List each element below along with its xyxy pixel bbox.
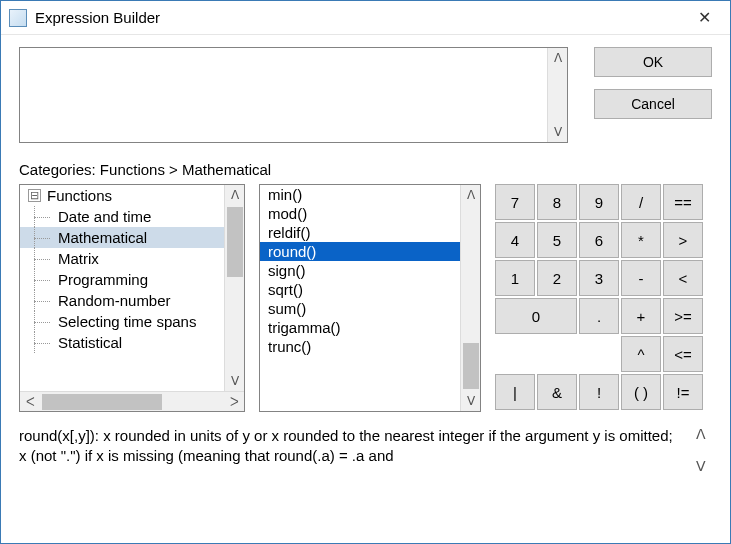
- scroll-down-icon[interactable]: ᐯ: [696, 458, 706, 474]
- function-list-body[interactable]: min()mod()reldif()round()sign()sqrt()sum…: [260, 185, 460, 411]
- scroll-left-icon[interactable]: ᐸ: [20, 392, 40, 412]
- keypad-button[interactable]: -: [621, 260, 661, 296]
- scroll-thumb[interactable]: [463, 343, 479, 389]
- func-scroll-v[interactable]: ᐱ ᐯ: [460, 185, 480, 411]
- categories-tree: FunctionsDate and timeMathematicalMatrix…: [19, 184, 245, 412]
- keypad-button[interactable]: &: [537, 374, 577, 410]
- tree-item[interactable]: Statistical: [20, 332, 224, 353]
- keypad-button[interactable]: ==: [663, 184, 703, 220]
- keypad-button[interactable]: 4: [495, 222, 535, 258]
- window-title: Expression Builder: [35, 9, 682, 26]
- expression-box: ᐱ ᐯ: [19, 47, 568, 143]
- expression-input[interactable]: [20, 48, 547, 142]
- top-row: ᐱ ᐯ OK Cancel: [19, 47, 712, 143]
- keypad-button[interactable]: 3: [579, 260, 619, 296]
- tree-item[interactable]: Selecting time spans: [20, 311, 224, 332]
- ok-button[interactable]: OK: [594, 47, 712, 77]
- tree-item[interactable]: Date and time: [20, 206, 224, 227]
- scroll-right-icon[interactable]: ᐳ: [224, 392, 244, 412]
- breadcrumb: Categories: Functions > Mathematical: [19, 161, 712, 178]
- description-text: round(x[,y]): x rounded in units of y or…: [19, 426, 682, 467]
- keypad-button[interactable]: *: [621, 222, 661, 258]
- function-item[interactable]: sign(): [260, 261, 460, 280]
- keypad-button[interactable]: 6: [579, 222, 619, 258]
- app-icon: [9, 9, 27, 27]
- keypad-button[interactable]: 2: [537, 260, 577, 296]
- keypad-button[interactable]: 9: [579, 184, 619, 220]
- keypad-button[interactable]: +: [621, 298, 661, 334]
- keypad-button[interactable]: 0: [495, 298, 577, 334]
- function-item[interactable]: mod(): [260, 204, 460, 223]
- description-scroll[interactable]: ᐱ ᐯ: [690, 426, 712, 474]
- functions-list: min()mod()reldif()round()sign()sqrt()sum…: [259, 184, 481, 412]
- function-item[interactable]: sqrt(): [260, 280, 460, 299]
- tree-item[interactable]: Random-number: [20, 290, 224, 311]
- close-icon: ✕: [698, 8, 711, 27]
- keypad-button[interactable]: <=: [663, 336, 703, 372]
- close-button[interactable]: ✕: [682, 3, 726, 33]
- cancel-button[interactable]: Cancel: [594, 89, 712, 119]
- description-row: round(x[,y]): x rounded in units of y or…: [19, 426, 712, 474]
- keypad-button[interactable]: <: [663, 260, 703, 296]
- mid-row: FunctionsDate and timeMathematicalMatrix…: [19, 184, 712, 412]
- function-item[interactable]: min(): [260, 185, 460, 204]
- expression-scrollbar[interactable]: ᐱ ᐯ: [547, 48, 567, 142]
- function-item[interactable]: reldif(): [260, 223, 460, 242]
- scroll-up-icon[interactable]: ᐱ: [225, 185, 244, 205]
- function-item[interactable]: round(): [260, 242, 460, 261]
- tree-scroll-h[interactable]: ᐸ ᐳ: [20, 391, 244, 411]
- keypad-button[interactable]: ^: [621, 336, 661, 372]
- keypad-button[interactable]: 7: [495, 184, 535, 220]
- tree-scroll-v[interactable]: ᐱ ᐯ: [224, 185, 244, 391]
- keypad-button[interactable]: 1: [495, 260, 535, 296]
- scroll-thumb[interactable]: [42, 394, 162, 410]
- scroll-up-icon[interactable]: ᐱ: [696, 426, 706, 442]
- tree-item[interactable]: Programming: [20, 269, 224, 290]
- scroll-up-icon[interactable]: ᐱ: [548, 48, 568, 68]
- scroll-down-icon[interactable]: ᐯ: [461, 391, 480, 411]
- dialog-content: ᐱ ᐯ OK Cancel Categories: Functions > Ma…: [1, 35, 730, 543]
- tree-root[interactable]: Functions: [20, 185, 224, 206]
- keypad-button[interactable]: |: [495, 374, 535, 410]
- scroll-up-icon[interactable]: ᐱ: [461, 185, 480, 205]
- function-item[interactable]: trunc(): [260, 337, 460, 356]
- tree-item[interactable]: Matrix: [20, 248, 224, 269]
- scroll-down-icon[interactable]: ᐯ: [225, 371, 244, 391]
- keypad-button[interactable]: /: [621, 184, 661, 220]
- keypad-button[interactable]: ( ): [621, 374, 661, 410]
- scroll-down-icon[interactable]: ᐯ: [548, 122, 568, 142]
- scroll-thumb[interactable]: [227, 207, 243, 277]
- keypad-button[interactable]: .: [579, 298, 619, 334]
- keypad-button[interactable]: 5: [537, 222, 577, 258]
- tree-item[interactable]: Mathematical: [20, 227, 224, 248]
- keypad-button[interactable]: !=: [663, 374, 703, 410]
- dialog-window: Expression Builder ✕ ᐱ ᐯ OK Cancel Categ…: [0, 0, 731, 544]
- keypad-button[interactable]: 8: [537, 184, 577, 220]
- tree-list[interactable]: FunctionsDate and timeMathematicalMatrix…: [20, 185, 224, 391]
- keypad-button[interactable]: >: [663, 222, 703, 258]
- function-item[interactable]: sum(): [260, 299, 460, 318]
- keypad-button[interactable]: !: [579, 374, 619, 410]
- function-item[interactable]: trigamma(): [260, 318, 460, 337]
- operator-keypad: 789/==456*>123-<0.+>=^<=|&!( )!=: [495, 184, 712, 412]
- action-buttons: OK Cancel: [594, 47, 712, 143]
- titlebar: Expression Builder ✕: [1, 1, 730, 35]
- keypad-button[interactable]: >=: [663, 298, 703, 334]
